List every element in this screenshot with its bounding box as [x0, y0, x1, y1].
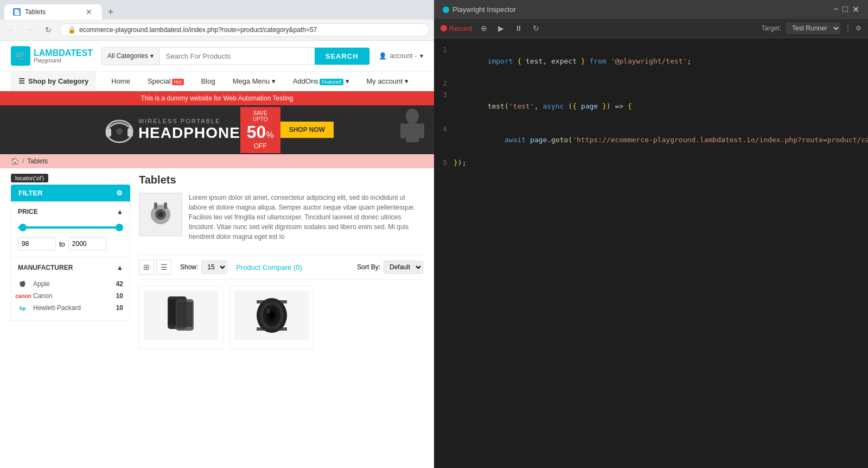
price-min-input[interactable]: [18, 237, 56, 250]
search-bar: All Categories ▾ SEARCH: [101, 47, 370, 65]
hamburger-icon: ☰: [18, 77, 25, 85]
pause-button[interactable]: ⏸: [513, 23, 524, 34]
promo-banner: This is a dummy website for Web Automati…: [0, 91, 434, 105]
back-button[interactable]: ←: [4, 23, 18, 37]
line-number-4: 4: [434, 124, 454, 157]
range-slider[interactable]: [18, 226, 123, 229]
play-button[interactable]: ▶: [496, 23, 507, 34]
nav-home[interactable]: Home: [109, 72, 132, 91]
price-section-header: PRICE ▲: [18, 208, 123, 216]
logo[interactable]: 🛒 LAMBDATEST Playground: [11, 46, 93, 66]
grid-view-button[interactable]: ⊞: [139, 260, 154, 275]
manufacturer-filter-section: MANUFACTURER ▲ Apple 42: [11, 257, 130, 321]
search-button[interactable]: SEARCH: [315, 48, 369, 65]
sort-by: Sort By: Default: [357, 261, 423, 274]
price-max-input[interactable]: [68, 237, 106, 250]
view-toggle: ⊞ ☰: [139, 260, 171, 275]
search-input[interactable]: [159, 48, 315, 65]
sort-by-label: Sort By:: [357, 263, 380, 271]
price-separator: to: [59, 240, 65, 248]
sort-select[interactable]: Default: [384, 261, 423, 274]
locator-tooltip: locator('ol'): [11, 174, 48, 182]
pick-locator-button[interactable]: ⊕: [478, 23, 489, 34]
range-thumb-min[interactable]: [19, 224, 27, 231]
main-content: locator('ol') FILTER ⚙ PRICE ▲: [0, 168, 434, 355]
browser-panel: 📄 Tablets ✕ + ← → ↻ 🔒 ecommerce-playgrou…: [0, 0, 434, 468]
product-image-1: [144, 291, 218, 340]
svg-rect-5: [406, 123, 419, 142]
breadcrumb-home[interactable]: 🏠: [11, 157, 19, 165]
product-image-2: [234, 291, 309, 340]
code-content-5: });: [454, 157, 466, 169]
range-fill: [18, 226, 123, 229]
desc-product-svg: [144, 198, 177, 231]
code-line-4: 4 await page.goto('https://ecommerce-pla…: [434, 124, 868, 157]
hp-count: 10: [116, 304, 123, 312]
tab-close-button[interactable]: ✕: [85, 8, 93, 16]
code-line-1: 1 import { test, expect } from '@playwri…: [434, 45, 868, 78]
shop-by-category-button[interactable]: ☰ Shop by Category: [11, 72, 96, 91]
active-tab[interactable]: 📄 Tablets ✕: [4, 4, 102, 20]
code-line-5: 5 });: [434, 157, 868, 169]
hero-model-image: [396, 108, 429, 151]
manufacturer-item-canon[interactable]: canon Canon 10: [18, 290, 123, 302]
filter-title: FILTER: [18, 189, 43, 197]
lock-icon: 🔒: [68, 26, 76, 34]
show-selector: Show: 15 25 50: [180, 261, 227, 274]
product-grid: [139, 286, 423, 349]
record-button[interactable]: Record: [441, 24, 472, 33]
close-button[interactable]: ✕: [852, 4, 859, 15]
inspector-titlebar: Playwright Inspector − □ ✕: [434, 0, 868, 19]
more-options-icon[interactable]: ⋮: [845, 24, 851, 32]
maximize-button[interactable]: □: [843, 4, 848, 15]
target-runner-select[interactable]: Test Runner: [786, 22, 840, 34]
svg-rect-6: [400, 123, 406, 138]
address-bar[interactable]: 🔒 ecommerce-playground.lambdatest.io/ind…: [60, 23, 430, 36]
new-tab-button[interactable]: +: [103, 4, 118, 20]
canon-label: Canon: [33, 292, 52, 300]
forward-button[interactable]: →: [23, 23, 37, 37]
nav-mega-menu[interactable]: Mega Menu ▾: [231, 72, 278, 91]
nav-addons[interactable]: AddOnsFeatured ▾: [291, 72, 352, 91]
product-description-area: Lorem ipsum dolor sit amet, consectetur …: [139, 193, 423, 248]
shop-now-button[interactable]: SHOP NOW: [280, 122, 334, 138]
show-count-select[interactable]: 15 25 50: [201, 261, 227, 274]
list-view-button[interactable]: ☰: [156, 260, 171, 275]
code-line-3: 3 test('test', async ({ page }) => {: [434, 90, 868, 123]
apple-count: 42: [116, 280, 123, 288]
hero-text: WIRELESS PORTABLE HEADPHONE: [138, 118, 240, 142]
category-dropdown[interactable]: All Categories ▾: [102, 48, 159, 65]
manufacturer-label: MANUFACTURER: [18, 264, 73, 271]
step-over-button[interactable]: ↻: [531, 23, 541, 34]
settings-icon[interactable]: ⚙: [856, 24, 861, 32]
inspector-title-text: Playwright Inspector: [452, 5, 516, 14]
nav-blog[interactable]: Blog: [199, 72, 218, 91]
nav-my-account[interactable]: My account ▾: [365, 72, 411, 91]
manufacturer-item-apple[interactable]: Apple 42: [18, 278, 123, 290]
product-compare-link[interactable]: Product Compare (0): [236, 263, 302, 271]
svg-rect-12: [154, 203, 157, 209]
price-inputs: to: [18, 237, 123, 250]
reload-button[interactable]: ↻: [41, 23, 55, 37]
svg-rect-26: [257, 327, 287, 331]
apple-icon: [18, 280, 29, 288]
range-thumb-max[interactable]: [116, 224, 123, 231]
hp-icon: hp: [18, 304, 29, 312]
logo-sub: Playground: [34, 58, 93, 64]
manufacturer-collapse-icon[interactable]: ▲: [117, 264, 123, 271]
save-percent: 50: [247, 122, 266, 142]
nav-special[interactable]: SpecialHot: [145, 72, 186, 91]
product-description-image: [139, 193, 182, 236]
record-dot-icon: [441, 25, 447, 31]
apple-label: Apple: [33, 280, 50, 288]
playwright-inspector-panel: Playwright Inspector − □ ✕ Record ⊕ ▶ ⏸ …: [434, 0, 868, 468]
manufacturer-item-hp[interactable]: hp Hewlett-Packard 10: [18, 302, 123, 314]
code-content-2: [454, 78, 458, 90]
product-card-1[interactable]: [139, 286, 223, 349]
window-controls: − □ ✕: [833, 4, 859, 15]
svg-point-23: [269, 312, 275, 319]
price-collapse-icon[interactable]: ▲: [117, 208, 123, 216]
product-card-2[interactable]: [229, 286, 314, 349]
breadcrumb-current: Tablets: [27, 157, 48, 165]
minimize-button[interactable]: −: [833, 4, 838, 15]
